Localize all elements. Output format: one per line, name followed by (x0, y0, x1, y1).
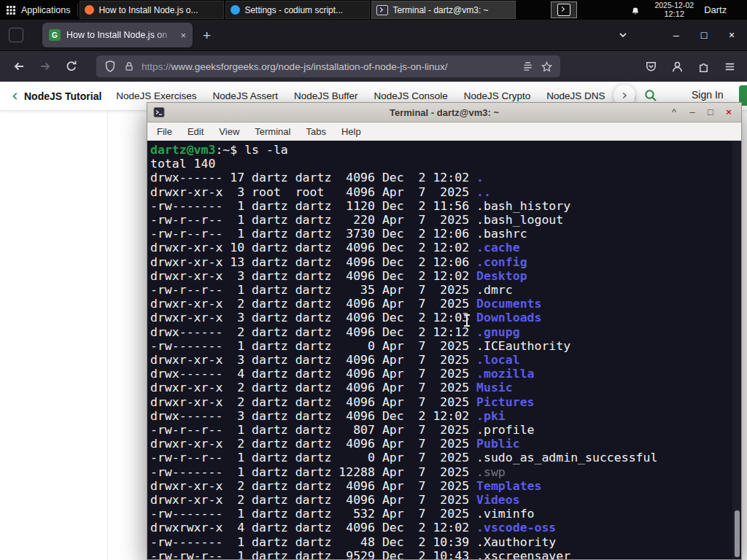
taskbar-item-codium[interactable]: Settings - codium script... (225, 1, 370, 19)
terminal-menu-terminal[interactable]: Terminal (255, 126, 290, 137)
clock-time: 12:12 (654, 9, 694, 18)
window-minimize-button[interactable]: – (670, 29, 683, 41)
taskbar-item-terminal[interactable]: Terminal - dartz@vm3: ~ (371, 1, 516, 19)
browser-tab-bar: G How to Install Node.js on × + – □ × (0, 20, 747, 51)
reload-icon[interactable] (64, 59, 79, 74)
menu-hamburger-icon[interactable] (723, 60, 737, 74)
panel-user-label: Dartz (704, 4, 727, 15)
extensions-icon[interactable] (697, 60, 711, 74)
url-path: www.geeksforgeeks.org/node-js/installati… (171, 61, 448, 72)
terminal-window-controls: ^ – □ × (668, 103, 741, 122)
lock-icon[interactable] (123, 61, 135, 72)
codium-task-icon (231, 5, 240, 15)
panel-clock[interactable]: 2025-12-02 12:12 (654, 1, 694, 19)
url-text: https://www.geeksforgeeks.org/node-js/in… (142, 61, 515, 72)
account-icon[interactable] (670, 60, 684, 74)
mouse-ibeam-cursor (463, 314, 471, 327)
terminal-menu-tabs[interactable]: Tabs (306, 126, 325, 137)
site-nav-item[interactable]: NodeJS Assert (213, 90, 278, 101)
terminal-shade-button[interactable]: ^ (668, 103, 680, 122)
top-panel: Applications How to Install Node.js o...… (0, 0, 747, 20)
forward-icon[interactable] (38, 59, 53, 74)
browser-nav-toolbar: https://www.geeksforgeeks.org/node-js/in… (0, 51, 747, 82)
terminal-close-button[interactable]: × (723, 103, 735, 122)
clock-date: 2025-12-02 (654, 1, 694, 10)
url-protocol: https:// (142, 61, 171, 72)
browser-tab-active[interactable]: G How to Install Node.js on × (42, 23, 193, 47)
geeksforgeeks-favicon: G (49, 29, 61, 41)
tracking-protection-shield-icon[interactable] (104, 60, 117, 73)
search-icon[interactable] (643, 88, 659, 104)
site-nav-item[interactable]: NodeJS Exercises (116, 90, 196, 101)
window-close-button[interactable]: × (725, 29, 738, 41)
terminal-output: dartz@vm3:~$ ls -latotal 140drwx------ 1… (150, 143, 741, 559)
terminal-content[interactable]: dartz@vm3:~$ ls -latotal 140drwx------ 1… (147, 141, 741, 559)
new-tab-button[interactable]: + (203, 28, 211, 42)
terminal-title-bar[interactable]: Terminal - dartz@vm3: ~ ^ – □ × (147, 103, 741, 122)
site-nav-item[interactable]: NodeJS Console (374, 90, 447, 101)
window-maximize-button[interactable]: □ (697, 29, 711, 41)
tab-title: How to Install Node.js on (66, 30, 174, 40)
terminal-window-title: Terminal - dartz@vm3: ~ (147, 107, 741, 118)
terminal-scrollbar[interactable] (732, 141, 741, 559)
panel-separator (77, 4, 78, 17)
taskbar-item-browser[interactable]: How to Install Node.js o... (80, 1, 224, 19)
terminal-menu-bar: File Edit View Terminal Tabs Help (147, 122, 741, 141)
taskbar-item-title: How to Install Node.js o... (98, 5, 198, 15)
terminal-menu-view[interactable]: View (219, 126, 239, 137)
site-nav-items: NodeJS Exercises NodeJS Assert NodeJS Bu… (116, 90, 635, 101)
tray-terminal-icon-glyph (557, 4, 570, 16)
taskbar-item-title: Terminal - dartz@vm3: ~ (392, 5, 488, 15)
tray-terminal-icon[interactable] (551, 1, 577, 18)
terminal-menu-edit[interactable]: Edit (187, 126, 204, 137)
site-nav-item[interactable]: NodeJS Buffer (294, 90, 358, 101)
terminal-scrollbar-thumb[interactable] (735, 510, 740, 557)
site-nav-item[interactable]: NodeJS Crypto (464, 90, 531, 101)
list-all-tabs-chevron-icon[interactable] (616, 28, 630, 42)
tab-close-icon[interactable]: × (180, 30, 186, 41)
back-icon[interactable] (12, 59, 26, 74)
site-nav-item[interactable]: NodeJS DNS (546, 90, 605, 101)
page-sidebar-divider (107, 110, 108, 560)
terminal-menu-file[interactable]: File (157, 126, 172, 137)
tabbar-right-cluster: – □ × (616, 28, 747, 42)
applications-label: Applications (21, 5, 70, 15)
terminal-minimize-button[interactable]: – (686, 103, 698, 122)
url-bar[interactable]: https://www.geeksforgeeks.org/node-js/in… (96, 55, 560, 77)
terminal-task-icon (376, 5, 388, 15)
sign-in-link[interactable]: Sign In (692, 89, 724, 101)
toolbar-right-icons (644, 60, 747, 74)
chevron-right-icon (620, 91, 629, 100)
site-nav-back-label: NodeJS Tutorial (24, 90, 101, 102)
bookmark-star-icon[interactable] (541, 61, 553, 73)
site-nav-back-link[interactable]: NodeJS Tutorial (10, 90, 101, 102)
pocket-icon[interactable] (644, 60, 658, 74)
terminal-menu-help[interactable]: Help (341, 126, 361, 137)
terminal-window: Terminal - dartz@vm3: ~ ^ – □ × File Edi… (147, 102, 742, 560)
reader-view-icon[interactable] (522, 61, 534, 73)
firefox-task-icon (85, 5, 94, 15)
firefox-view-icon[interactable] (9, 28, 23, 42)
terminal-maximize-button[interactable]: □ (705, 103, 716, 122)
notification-bell-icon[interactable] (630, 4, 641, 16)
applications-menu-button[interactable]: Applications (0, 0, 77, 20)
chevron-left-icon (10, 91, 20, 101)
applications-grid-icon (6, 5, 16, 15)
taskbar-item-title: Settings - codium script... (244, 5, 343, 15)
